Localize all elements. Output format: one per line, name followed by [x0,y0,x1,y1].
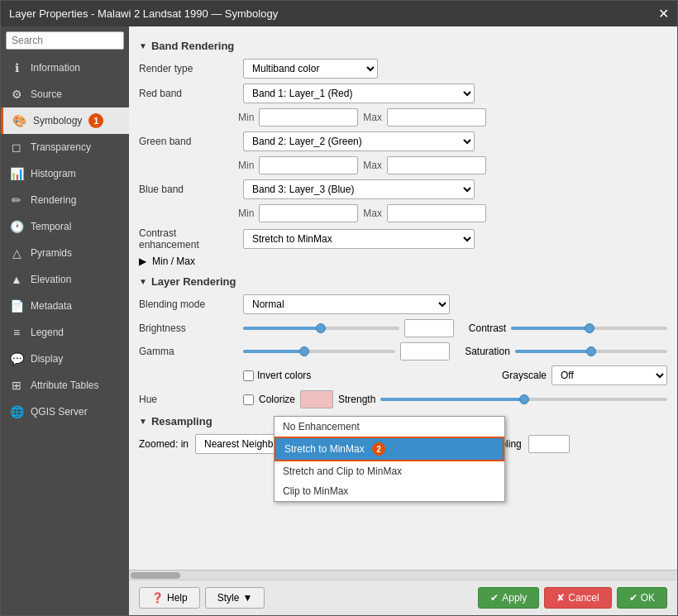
qgis-server-icon: 🌐 [9,404,24,419]
sidebar-item-rendering[interactable]: ✏ Rendering [1,187,129,213]
sidebar-item-transparency[interactable]: ◻ Transparency [1,134,129,160]
blue-band-select[interactable]: Band 3: Layer_3 (Blue) [243,179,475,199]
window-title: Layer Properties - Malawi 2 Landsat 1990… [9,7,278,20]
sidebar-item-label: Elevation [31,274,71,285]
blending-mode-row: Blending mode Normal Multiply Screen Ove… [139,294,667,314]
sidebar-item-information[interactable]: ℹ Information [1,55,129,81]
sidebar-item-elevation[interactable]: ▲ Elevation [1,266,129,293]
brightness-fill [243,327,321,330]
dropdown-stretch-minmax[interactable]: Stretch to MinMax 2 [275,437,504,461]
contrast-enhancement-label: Contrastenhancement [139,227,238,251]
sidebar-item-qgis-server[interactable]: 🌐 QGIS Server [1,399,129,425]
sidebar-item-label: Histogram [31,168,76,179]
band-rendering-header: ▼ Band Rendering [139,40,667,52]
attribute-tables-icon: ⊞ [9,378,24,393]
style-dropdown-arrow: ▼ [242,592,252,604]
blending-mode-label: Blending mode [139,298,238,310]
resampling-arrow: ▼ [139,417,147,426]
sidebar: ℹ Information ⚙ Source 🎨 Symbology 1 ◻ T… [1,26,129,615]
saturation-thumb[interactable] [586,346,596,356]
blending-mode-select[interactable]: Normal Multiply Screen Overlay [243,294,450,314]
contrast-fill [511,327,589,330]
strength-thumb[interactable] [519,394,529,404]
hue-label: Hue [139,394,238,405]
sidebar-item-source[interactable]: ⚙ Source [1,81,129,107]
sidebar-item-symbology[interactable]: 🎨 Symbology 1 [1,107,129,134]
sidebar-item-label: Legend [31,327,64,338]
dropdown-stretch-clip-minmax[interactable]: Stretch and Clip to MinMax [275,461,504,481]
red-min-input[interactable]: 2677.05 [259,108,358,127]
invert-colors-label[interactable]: Invert colors [243,370,311,381]
horizontal-scrollbar[interactable] [129,570,677,580]
sidebar-item-temporal[interactable]: 🕐 Temporal [1,213,129,240]
render-type-select[interactable]: Multiband color Singleband gray Singleba… [243,59,378,79]
red-band-select[interactable]: Band 1: Layer_1 (Red) [243,84,475,103]
help-button[interactable]: ❓ Help [139,587,200,609]
colorize-label: Colorize [259,394,295,405]
strength-label: Strength [338,394,375,405]
cancel-button[interactable]: ✘ Cancel [544,587,611,609]
strength-track[interactable] [380,398,667,401]
sidebar-item-legend[interactable]: ≡ Legend [1,319,129,346]
contrast-enhancement-select[interactable]: Stretch to MinMax No Enhancement Stretch… [243,229,475,249]
render-type-label: Render type [139,63,238,74]
layer-rendering-arrow: ▼ [139,277,147,286]
green-max-input[interactable]: 18582.6 [387,156,486,174]
min-max-toggle-label[interactable]: Min / Max [152,255,195,267]
sidebar-item-label: Temporal [31,221,71,232]
ok-button[interactable]: ✔ OK [617,587,667,609]
green-min-input[interactable]: 4946.57 [259,156,358,174]
sidebar-item-pyramids[interactable]: △ Pyramids [1,240,129,266]
contrast-thumb[interactable] [585,323,594,333]
sidebar-item-label: Attribute Tables [31,380,99,391]
red-max-input[interactable]: 21623.5 [387,108,486,127]
saturation-slider-container [515,350,667,353]
blue-min-input[interactable]: 4700.07 [259,204,358,222]
rendering-icon: ✏ [9,193,24,208]
band-rendering-arrow: ▼ [139,41,147,50]
search-input[interactable] [6,31,124,50]
strength-fill [380,398,523,401]
sidebar-item-display[interactable]: 💬 Display [1,346,129,372]
transparency-icon: ◻ [9,140,24,155]
blue-min-label: Min [238,208,254,219]
apply-button[interactable]: ✔ Apply [478,587,539,609]
help-icon: ❓ [151,592,164,604]
dropdown-no-enhancement[interactable]: No Enhancement [275,417,504,437]
pyramids-icon: △ [9,246,24,260]
sidebar-item-histogram[interactable]: 📊 Histogram [1,160,129,187]
brightness-input[interactable]: 0 [404,319,454,337]
layer-rendering-title: Layer Rendering [151,275,236,288]
grayscale-select[interactable]: Off By luminosity By lightness By averag… [551,365,667,385]
dropdown-clip-minmax[interactable]: Clip to MinMax [275,481,504,501]
close-button[interactable]: ✕ [658,6,669,21]
blue-max-input[interactable]: 5063.10 [387,204,486,222]
contrast-slider-container [511,327,667,330]
brightness-label: Brightness [139,322,238,334]
scrollbar-thumb[interactable] [131,572,180,579]
sidebar-item-attribute-tables[interactable]: ⊞ Attribute Tables [1,372,129,399]
zoomed-in-label: Zoomed: in [139,438,189,450]
gamma-fill [243,350,304,353]
elevation-icon: ▲ [9,272,24,287]
contrast-track[interactable] [511,327,667,330]
hue-color-swatch[interactable] [300,390,333,408]
saturation-track[interactable] [515,350,667,353]
invert-colors-checkbox[interactable] [243,370,254,381]
gamma-input[interactable]: 1.00 [400,342,450,361]
min-max-toggle-row: ▶ Min / Max [139,255,667,267]
symbology-badge: 1 [88,113,103,128]
cancel-label: Cancel [568,592,599,604]
gamma-thumb[interactable] [299,346,309,356]
gamma-slider-container [243,350,395,353]
style-button[interactable]: Style ▼ [205,587,265,609]
gamma-track[interactable] [243,350,395,353]
green-max-label: Max [363,160,382,171]
brightness-track[interactable] [243,327,399,330]
information-icon: ℹ [9,60,24,75]
sidebar-item-metadata[interactable]: 📄 Metadata [1,293,129,319]
green-band-select[interactable]: Band 2: Layer_2 (Green) [243,131,475,151]
oversampling-input[interactable]: 2.00 [528,435,570,453]
brightness-thumb[interactable] [316,323,326,333]
colorize-checkbox[interactable] [243,394,254,405]
